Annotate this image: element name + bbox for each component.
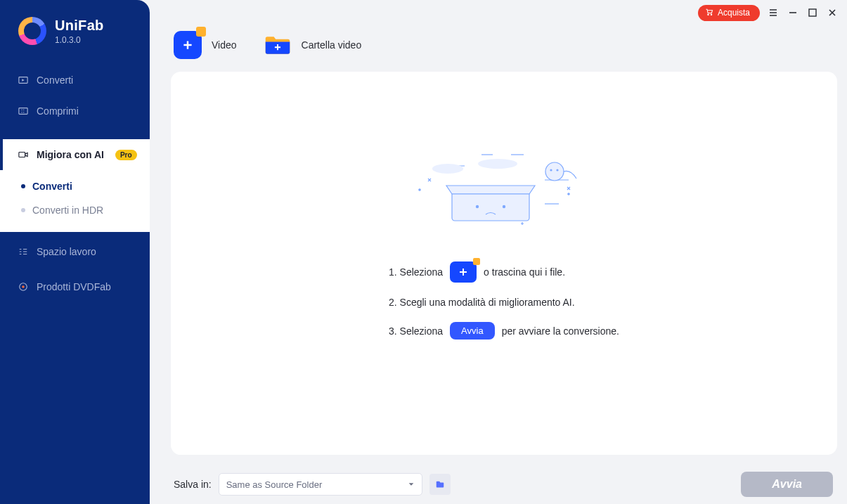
app-title: UniFab <box>55 18 104 34</box>
logo-block: UniFab 1.0.3.0 <box>0 0 150 58</box>
workspace-icon <box>18 247 28 257</box>
save-location-value: Same as Source Folder <box>226 479 323 490</box>
step-text: o trascina qui i file. <box>484 266 565 278</box>
svg-rect-2 <box>19 153 25 157</box>
buy-label: Acquista <box>718 8 750 18</box>
sidebar-item-label: Converti <box>37 75 73 86</box>
save-location-select[interactable]: Same as Source Folder <box>219 473 422 496</box>
footer: Salva in: Same as Source Folder Avvia <box>150 465 847 504</box>
sidebar-item-converti[interactable]: Converti <box>0 65 150 96</box>
sidebar-item-label: Spazio lavoro <box>37 246 96 257</box>
titlebar: Acquista <box>150 0 847 21</box>
app-logo-icon <box>18 17 46 45</box>
compress-icon <box>18 106 28 116</box>
svg-point-16 <box>550 169 552 171</box>
cart-icon <box>705 8 713 18</box>
sidebar-subnav: Converti Converti in HDR <box>0 170 150 232</box>
add-folder-icon <box>264 31 292 59</box>
svg-point-13 <box>432 164 463 174</box>
add-folder-label: Cartella video <box>302 39 362 51</box>
subnav-item-hdr[interactable]: Converti in HDR <box>0 198 150 222</box>
step-text: 2. Scegli una modalità di miglioramento … <box>389 297 575 308</box>
svg-point-15 <box>545 162 564 181</box>
svg-point-17 <box>556 169 558 171</box>
open-folder-button[interactable] <box>429 474 451 495</box>
svg-point-5 <box>708 14 709 15</box>
add-video-icon <box>174 31 202 59</box>
sidebar-item-label: Prodotti DVDFab <box>37 281 111 292</box>
bullet-icon <box>21 184 25 188</box>
add-folder-button[interactable]: Cartella video <box>264 31 362 59</box>
svg-point-18 <box>476 205 479 208</box>
buy-button[interactable]: Acquista <box>698 5 760 21</box>
subnav-item-label: Converti in HDR <box>32 205 103 216</box>
ai-enhance-icon <box>18 150 28 160</box>
app-version: 1.0.3.0 <box>55 35 104 45</box>
empty-box-illustration <box>406 149 602 233</box>
svg-point-21 <box>568 193 569 195</box>
svg-point-4 <box>22 285 25 288</box>
bullet-icon <box>21 208 25 212</box>
sidebar-item-prodotti-dvdfab[interactable]: Prodotti DVDFab <box>0 271 150 302</box>
minimize-button[interactable] <box>787 6 799 19</box>
maximize-button[interactable] <box>806 6 819 19</box>
sidebar-item-label: Comprimi <box>37 105 79 117</box>
toolbar: Video Cartella video <box>150 21 847 72</box>
chevron-down-icon <box>408 479 415 490</box>
step-text: 1. Seleziona <box>389 266 443 278</box>
save-label: Salva in: <box>174 479 212 490</box>
svg-point-19 <box>503 205 505 208</box>
step-3: 3. Seleziona Avvia per avviare la conver… <box>389 322 619 340</box>
step-text: per avviare la conversione. <box>502 325 619 337</box>
sidebar-item-migliora-ai[interactable]: Migiora con AI Pro <box>0 139 150 170</box>
svg-rect-7 <box>809 9 816 16</box>
sidebar-item-label: Migiora con AI <box>37 149 104 160</box>
pro-badge: Pro <box>115 150 137 160</box>
sidebar-item-spazio-lavoro[interactable]: Spazio lavoro <box>0 236 150 267</box>
svg-rect-1 <box>19 108 27 115</box>
svg-point-11 <box>419 189 420 190</box>
play-icon <box>18 75 28 85</box>
subnav-item-converti[interactable]: Converti <box>0 174 150 198</box>
add-video-button[interactable]: Video <box>174 31 237 59</box>
main-area: Acquista Video <box>150 0 847 504</box>
sidebar: UniFab 1.0.3.0 Converti Comprimi M <box>0 0 150 504</box>
subnav-item-label: Converti <box>32 181 72 192</box>
add-video-mini-button[interactable] <box>450 261 477 283</box>
start-button[interactable]: Avvia <box>741 472 833 497</box>
sidebar-item-comprimi[interactable]: Comprimi <box>0 96 150 127</box>
svg-point-6 <box>711 14 712 15</box>
close-button[interactable] <box>826 6 839 19</box>
add-video-label: Video <box>212 39 237 51</box>
dvdfab-icon <box>18 282 28 292</box>
instruction-steps: 1. Seleziona o trascina qui i file. 2. S… <box>389 261 619 340</box>
start-chip: Avvia <box>450 322 495 340</box>
step-2: 2. Scegli una modalità di miglioramento … <box>389 297 619 308</box>
menu-button[interactable] <box>767 6 780 19</box>
folder-icon <box>434 479 446 489</box>
svg-point-14 <box>478 159 517 169</box>
drop-area[interactable]: 1. Seleziona o trascina qui i file. 2. S… <box>171 72 837 455</box>
step-text: 3. Seleziona <box>389 325 443 337</box>
step-1: 1. Seleziona o trascina qui i file. <box>389 261 619 283</box>
start-button-label: Avvia <box>772 478 802 490</box>
